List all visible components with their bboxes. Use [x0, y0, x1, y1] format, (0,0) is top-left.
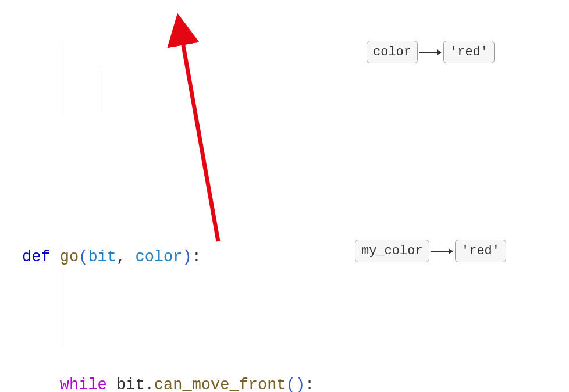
method-can-move-front: can_move_front	[154, 376, 286, 392]
colon: :	[305, 376, 314, 392]
paren-open: (	[286, 376, 296, 392]
indent-guide	[99, 66, 99, 116]
diagram-box-my-color: my_color	[355, 240, 429, 262]
diagram-box-color: color	[367, 41, 418, 63]
indent-guide	[61, 41, 61, 116]
code-block: def go(bit, color): while bit.can_move_f…	[22, 14, 314, 392]
keyword-def: def	[22, 248, 60, 266]
code-line: while bit.can_move_front():	[22, 372, 314, 392]
object-bit: bit	[116, 376, 145, 392]
colon: :	[192, 248, 201, 266]
comma: ,	[116, 248, 135, 266]
diagram-box-red: 'red'	[443, 41, 495, 63]
keyword-while: while	[60, 376, 116, 392]
paren-close: )	[296, 376, 305, 392]
diagram-box-red-2: 'red'	[455, 240, 506, 262]
diagram-value-label: 'red'	[461, 244, 500, 258]
code-line: def go(bit, color):	[22, 244, 314, 270]
paren-open: (	[79, 248, 88, 266]
function-name: go	[60, 248, 79, 266]
diagram-var-label: color	[373, 45, 411, 59]
indent	[22, 376, 60, 392]
param-bit: bit	[88, 248, 116, 266]
diagram-arrow	[419, 52, 441, 53]
paren-close: )	[182, 248, 191, 266]
diagram-arrow	[431, 251, 453, 252]
diagram-var-label: my_color	[361, 244, 423, 258]
dot: .	[145, 376, 154, 392]
diagram-value-label: 'red'	[450, 45, 488, 59]
param-color: color	[135, 248, 182, 266]
